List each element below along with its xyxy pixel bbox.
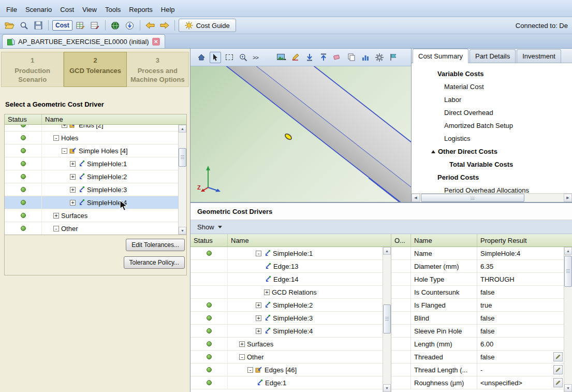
- property-row-blind[interactable]: Blindfalse: [391, 312, 564, 325]
- tab-investment[interactable]: Investment: [517, 49, 561, 63]
- window-select-icon[interactable]: [224, 52, 235, 63]
- expander-icon[interactable]: [239, 341, 245, 347]
- cost-item-other-direct-costs[interactable]: Other Direct Costs: [412, 145, 572, 158]
- expander-icon[interactable]: [247, 367, 253, 373]
- expander-icon[interactable]: [53, 226, 59, 231]
- scroll-up-button[interactable]: ▲: [179, 125, 186, 133]
- scroll-down-button[interactable]: ▼: [564, 384, 572, 392]
- scroll-right-button[interactable]: ▶: [564, 194, 572, 202]
- globe-icon[interactable]: [109, 19, 122, 32]
- tree-row-other[interactable]: Other: [190, 351, 383, 364]
- scroll-track[interactable]: [383, 255, 391, 384]
- column-header-property-result[interactable]: Property Result: [477, 234, 572, 246]
- arrow-down-icon[interactable]: [304, 52, 315, 63]
- tree-row-edge-13[interactable]: Edge:13: [190, 260, 383, 273]
- cost-item-labor[interactable]: Labor: [412, 93, 572, 106]
- tree-row-simplehole-1[interactable]: SimpleHole:1: [190, 247, 383, 260]
- property-row-roughness[interactable]: Roughness (µm)<unspecified>: [391, 376, 564, 389]
- expander-icon[interactable]: [53, 213, 59, 219]
- menu-cost[interactable]: Cost: [56, 4, 78, 16]
- tree-row-simplehole-1[interactable]: SimpleHole:1: [5, 157, 178, 170]
- tree-row-edge-1[interactable]: Edge:1: [190, 376, 383, 389]
- tree-row-simplehole-3[interactable]: SimpleHole:3: [5, 183, 178, 196]
- expander-icon[interactable]: [256, 328, 261, 334]
- cost-item-variable-costs[interactable]: Variable Costs: [412, 67, 572, 80]
- step-production-scenario[interactable]: 1 Production Scenario: [1, 52, 64, 87]
- show-dropdown[interactable]: Show: [197, 223, 214, 231]
- scroll-thumb[interactable]: [564, 256, 572, 287]
- tree-row-simplehole-2[interactable]: SimpleHole:2: [190, 299, 383, 312]
- save-icon[interactable]: [32, 19, 45, 32]
- scroll-left-button[interactable]: ◀: [412, 194, 420, 202]
- property-row-sleeve-pin-hole[interactable]: Sleeve Pin Holefalse: [391, 325, 564, 338]
- scroll-thumb[interactable]: [421, 194, 524, 202]
- annotate-pencil-icon[interactable]: [290, 52, 301, 63]
- tab-cost-summary[interactable]: Cost Summary: [413, 49, 468, 63]
- cost-item-logistics[interactable]: Logistics: [412, 132, 572, 145]
- expander-icon[interactable]: [70, 200, 76, 206]
- menu-help[interactable]: Help: [157, 4, 179, 16]
- cost-item-direct-overhead[interactable]: Direct Overhead: [412, 106, 572, 119]
- property-row-thread-length[interactable]: Thread Length (...-: [391, 364, 564, 376]
- scroll-up-button[interactable]: ▲: [383, 247, 391, 255]
- worksheet-edit-icon[interactable]: [75, 19, 87, 32]
- edit-tolerances-button[interactable]: Edit Tolerances...: [126, 239, 185, 251]
- property-row-is-flanged[interactable]: Is Flangedtrue: [391, 299, 564, 312]
- step-gcd-tolerances[interactable]: 2 GCD Tolerances: [64, 52, 126, 87]
- scroll-down-button[interactable]: ▼: [179, 227, 186, 235]
- column-header-status[interactable]: Status: [190, 234, 228, 246]
- column-header-name[interactable]: Name: [42, 114, 186, 124]
- tree-row-ends[interactable]: Ends [2]: [5, 125, 178, 132]
- cost-button[interactable]: Cost: [52, 20, 72, 31]
- tolerance-policy-button[interactable]: Tolerance Policy...: [124, 256, 185, 269]
- menu-file[interactable]: File: [2, 4, 21, 16]
- property-row-threaded[interactable]: Threadedfalse: [391, 351, 564, 364]
- scroll-down-button[interactable]: ▼: [383, 384, 391, 392]
- scroll-thumb[interactable]: [383, 304, 391, 333]
- edit-property-button[interactable]: [553, 378, 563, 387]
- tree-row-holes[interactable]: Holes: [5, 132, 178, 144]
- scrollbar-horizontal[interactable]: ◀ ▶: [412, 193, 572, 202]
- cost-item-amortized-batch-setup[interactable]: Amortized Batch Setup: [412, 119, 572, 132]
- expander-icon[interactable]: [256, 251, 261, 256]
- tree-row-edges[interactable]: Edges [46]: [190, 364, 383, 376]
- cost-item-period-costs[interactable]: Period Costs: [412, 171, 572, 184]
- tree-row-edge-14[interactable]: Edge:14: [190, 273, 383, 286]
- tree-row-gcd-relations[interactable]: GCD Relations: [190, 286, 383, 299]
- menu-reports[interactable]: Reports: [125, 4, 157, 16]
- chart-icon[interactable]: [360, 52, 371, 63]
- expander-icon[interactable]: [239, 354, 245, 360]
- publish-icon[interactable]: [124, 19, 136, 32]
- property-row-hole-type[interactable]: Hole TypeTHROUGH: [391, 273, 564, 286]
- forward-arrow-icon[interactable]: [158, 19, 171, 32]
- viewport-3d-canvas[interactable]: Z: [190, 66, 411, 202]
- menu-view[interactable]: View: [78, 4, 101, 16]
- property-row-is-countersunk[interactable]: Is Countersunkfalse: [391, 286, 564, 299]
- scroll-track[interactable]: [420, 194, 564, 202]
- cost-item-material-cost[interactable]: Material Cost: [412, 80, 572, 93]
- zoom-icon[interactable]: [238, 52, 249, 63]
- scrollbar-vertical[interactable]: ▲ ▼: [178, 125, 186, 235]
- scroll-track[interactable]: [564, 255, 572, 384]
- menu-scenario[interactable]: Scenario: [21, 4, 56, 16]
- expander-icon[interactable]: [264, 289, 270, 295]
- close-icon[interactable]: ✕: [152, 38, 160, 46]
- expander-icon[interactable]: [53, 135, 59, 141]
- gear-icon[interactable]: [374, 52, 385, 63]
- select-tool-icon[interactable]: [210, 52, 221, 63]
- cost-item-total-variable-costs[interactable]: Total Variable Costs: [412, 158, 572, 171]
- expander-icon[interactable]: [62, 148, 67, 154]
- tab-part-details[interactable]: Part Details: [470, 49, 516, 63]
- column-header-property-name[interactable]: Name: [411, 234, 477, 246]
- expander-icon[interactable]: [62, 125, 67, 128]
- document-tab[interactable]: AP_BARTUBE_EXERCISE_EL0000 (initial) ✕: [2, 34, 165, 48]
- cost-item-period-overhead-allocations[interactable]: Period Overhead Allocations: [412, 184, 572, 193]
- edit-property-button[interactable]: [553, 365, 563, 374]
- tree-row-surfaces[interactable]: Surfaces: [5, 209, 178, 222]
- expander-icon[interactable]: [70, 187, 76, 193]
- chevron-down-icon[interactable]: [218, 226, 222, 228]
- scroll-up-button[interactable]: ▲: [564, 247, 572, 255]
- tree-row-other[interactable]: Other: [5, 222, 178, 235]
- scroll-track[interactable]: [179, 133, 186, 227]
- column-header-overridden[interactable]: O...: [391, 234, 411, 246]
